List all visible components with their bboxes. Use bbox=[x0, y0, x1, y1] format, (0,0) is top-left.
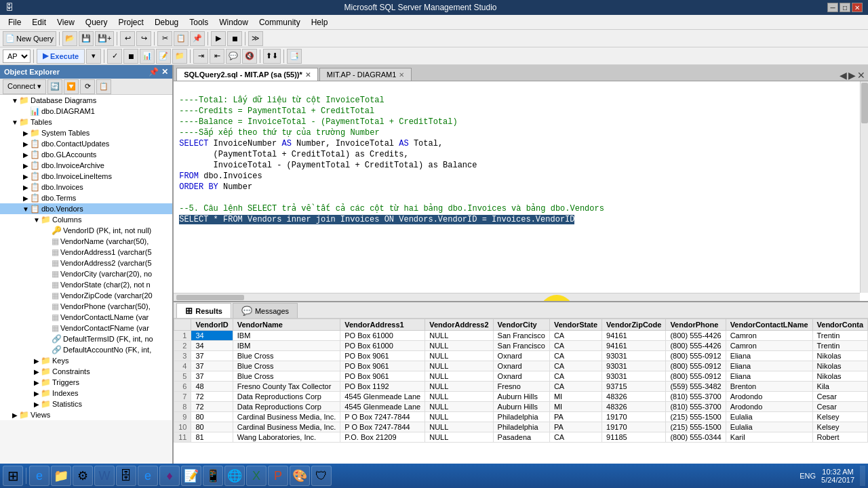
table-cell[interactable]: CA bbox=[549, 361, 601, 371]
tab-nav-left[interactable]: ◀ bbox=[840, 70, 847, 81]
table-cell[interactable]: 37 bbox=[191, 351, 233, 361]
table-cell[interactable]: Camron bbox=[726, 331, 812, 341]
table-cell[interactable]: 5 bbox=[174, 371, 191, 382]
tree-database-diagrams[interactable]: ▼ 📁 Database Diagrams bbox=[0, 95, 172, 106]
table-cell[interactable]: PO Box 9061 bbox=[340, 371, 425, 382]
tree-col-phone[interactable]: ▦ VendorPhone (varchar(50), bbox=[0, 301, 172, 312]
table-cell[interactable]: CA bbox=[549, 341, 601, 351]
table-cell[interactable]: NULL bbox=[425, 382, 493, 392]
expand-icon[interactable]: ▼ bbox=[11, 97, 19, 104]
table-cell[interactable]: Auburn Hills bbox=[493, 402, 549, 412]
tree-col-lname[interactable]: ▦ VendorContactLName (var bbox=[0, 312, 172, 323]
tab-diagram[interactable]: MIT.AP - DIAGRAM1 ✕ bbox=[319, 68, 412, 81]
tab-close-all[interactable]: ✕ bbox=[857, 70, 865, 81]
table-cell[interactable]: PO Box 9061 bbox=[340, 361, 425, 371]
outdent-button[interactable]: ⇤ bbox=[210, 49, 224, 64]
table-cell[interactable]: Wang Laboratories, Inc. bbox=[233, 432, 340, 443]
expand-icon[interactable]: ▼ bbox=[11, 119, 19, 126]
expand-icon[interactable]: ▶ bbox=[33, 401, 41, 408]
table-cell[interactable]: NULL bbox=[425, 331, 493, 341]
tree-indexes-folder[interactable]: ▶ 📁 Indexes bbox=[0, 388, 172, 399]
table-cell[interactable]: Philadelphia bbox=[493, 412, 549, 422]
table-cell[interactable]: Karil bbox=[726, 432, 812, 443]
menu-help[interactable]: Help bbox=[306, 16, 334, 28]
taskbar-settings-button[interactable]: ⚙ bbox=[73, 466, 93, 486]
tree-col-terms[interactable]: 🔗 DefaultTermsID (FK, int, no bbox=[0, 333, 172, 344]
table-cell[interactable]: 48 bbox=[191, 382, 233, 392]
table-cell[interactable]: Brenton bbox=[726, 382, 812, 392]
table-cell[interactable]: 94161 bbox=[602, 331, 666, 341]
tree-col-fname[interactable]: ▦ VendorContactFName (var bbox=[0, 323, 172, 333]
table-cell[interactable]: MI bbox=[549, 392, 601, 402]
table-cell[interactable]: San Francisco bbox=[493, 331, 549, 341]
indent-button[interactable]: ⇥ bbox=[193, 49, 208, 64]
tab-close-icon[interactable]: ✕ bbox=[305, 71, 311, 79]
tree-contact-updates[interactable]: ▶ 📋 dbo.ContactUpdates bbox=[0, 138, 172, 149]
results-table-wrapper[interactable]: VendorID VendorName VendorAddress1 Vendo… bbox=[174, 319, 868, 472]
paste-button[interactable]: 📌 bbox=[190, 31, 205, 46]
code-editor[interactable]: ----Total: Lấy dữ liệu từ cột InvoiceTot… bbox=[174, 81, 868, 302]
table-cell[interactable]: 4 bbox=[174, 361, 191, 371]
table-cell[interactable]: Eliana bbox=[726, 371, 812, 382]
table-cell[interactable]: IBM bbox=[233, 331, 340, 341]
table-cell[interactable]: Arodondo bbox=[726, 392, 812, 402]
table-cell[interactable]: IBM bbox=[233, 341, 340, 351]
tree-system-tables[interactable]: ▶ 📁 System Tables bbox=[0, 127, 172, 138]
tree-triggers-folder[interactable]: ▶ 📁 Triggers bbox=[0, 377, 172, 388]
tree-col-vendorid[interactable]: 🔑 VendorID (PK, int, not null) bbox=[0, 225, 172, 236]
table-cell[interactable]: Auburn Hills bbox=[493, 392, 549, 402]
tree-tables[interactable]: ▼ 📁 Tables bbox=[0, 117, 172, 127]
results-to-file[interactable]: 📁 bbox=[172, 49, 187, 64]
menu-community[interactable]: Community bbox=[254, 16, 306, 28]
table-cell[interactable]: Blue Cross bbox=[233, 351, 340, 361]
table-cell[interactable]: Fresno bbox=[493, 382, 549, 392]
table-cell[interactable]: CA bbox=[549, 382, 601, 392]
save-all-button[interactable]: 💾+ bbox=[95, 31, 114, 46]
maximize-button[interactable]: □ bbox=[840, 3, 850, 12]
tree-columns-folder[interactable]: ▼ 📁 Columns bbox=[0, 214, 172, 225]
table-cell[interactable]: 72 bbox=[191, 402, 233, 412]
oe-properties-button[interactable]: 📋 bbox=[96, 79, 111, 94]
table-cell[interactable]: 91185 bbox=[602, 432, 666, 443]
table-cell[interactable]: NULL bbox=[425, 392, 493, 402]
table-cell[interactable]: (800) 555-4426 bbox=[666, 331, 726, 341]
table-cell[interactable]: Fresno County Tax Collector bbox=[233, 382, 340, 392]
code-hscroll-thumb[interactable] bbox=[176, 295, 244, 300]
show-desktop-button[interactable] bbox=[860, 466, 865, 486]
table-cell[interactable]: NULL bbox=[425, 351, 493, 361]
cancel-query-button[interactable]: ⏹ bbox=[123, 49, 138, 64]
tab-messages[interactable]: 💬 Messages bbox=[233, 303, 298, 318]
table-cell[interactable]: 19170 bbox=[602, 412, 666, 422]
start-button[interactable]: ⊞ bbox=[3, 466, 23, 486]
table-cell[interactable]: Oxnard bbox=[493, 371, 549, 382]
results-button[interactable]: 📊 bbox=[140, 49, 155, 64]
expand-icon[interactable]: ▼ bbox=[22, 205, 30, 213]
undo-button[interactable]: ↩ bbox=[120, 31, 135, 46]
menu-view[interactable]: View bbox=[52, 16, 80, 28]
tree-dbo-diagram1[interactable]: 📊 dbo.DIAGRAM1 bbox=[0, 106, 172, 117]
table-cell[interactable]: CA bbox=[549, 371, 601, 382]
table-cell[interactable]: CA bbox=[549, 432, 601, 443]
table-cell[interactable]: 93715 bbox=[602, 382, 666, 392]
debug-button[interactable]: ▶ bbox=[211, 31, 226, 46]
tree-col-zip[interactable]: ▦ VendorZipCode (varchar(20 bbox=[0, 290, 172, 301]
oe-close-icon[interactable]: ✕ bbox=[161, 67, 168, 77]
tab-close-icon[interactable]: ✕ bbox=[399, 71, 404, 79]
menu-edit[interactable]: Edit bbox=[26, 16, 52, 28]
copy-button[interactable]: 📋 bbox=[174, 31, 189, 46]
tree-statistics-folder[interactable]: ▶ 📁 Statistics bbox=[0, 399, 172, 409]
table-cell[interactable]: Cardinal Business Media, Inc. bbox=[233, 412, 340, 422]
tree-keys-folder[interactable]: ▶ 📁 Keys bbox=[0, 355, 172, 366]
table-cell[interactable]: 2 bbox=[174, 341, 191, 351]
table-cell[interactable]: Kelsey bbox=[812, 422, 867, 432]
table-cell[interactable]: (215) 555-1500 bbox=[666, 422, 726, 432]
tree-constraints-folder[interactable]: ▶ 📁 Constraints bbox=[0, 366, 172, 377]
menu-window[interactable]: Window bbox=[214, 16, 254, 28]
table-cell[interactable]: 34 bbox=[191, 331, 233, 341]
taskbar-ie-button[interactable]: e bbox=[29, 466, 50, 486]
tree-gl-accounts[interactable]: ▶ 📋 dbo.GLAccounts bbox=[0, 149, 172, 160]
table-cell[interactable]: 19170 bbox=[602, 422, 666, 432]
table-cell[interactable]: Robert bbox=[812, 432, 867, 443]
table-cell[interactable]: Cesar bbox=[812, 402, 867, 412]
table-cell[interactable]: 4545 Glenmeade Lane bbox=[340, 392, 425, 402]
